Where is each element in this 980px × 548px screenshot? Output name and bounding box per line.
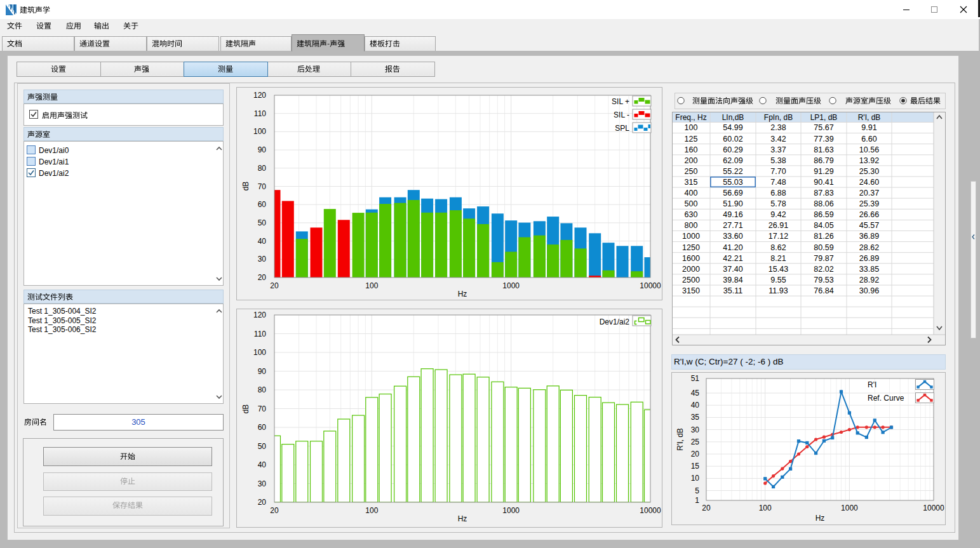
svg-text:62.09: 62.09 — [723, 156, 742, 165]
svg-text:60.02: 60.02 — [723, 135, 742, 144]
svg-text:9.42: 9.42 — [770, 210, 786, 219]
svg-text:55.22: 55.22 — [723, 167, 742, 176]
svg-text:70: 70 — [258, 182, 267, 191]
svg-text:R'I: R'I — [868, 380, 876, 389]
svg-text:250: 250 — [685, 167, 698, 176]
svg-text:50: 50 — [258, 218, 267, 227]
svg-text:8.62: 8.62 — [770, 243, 786, 252]
svg-text:5.78: 5.78 — [770, 199, 786, 208]
svg-text:6.60: 6.60 — [861, 135, 876, 144]
svg-text:100: 100 — [685, 123, 698, 132]
svg-text:SPL: SPL — [615, 124, 629, 133]
svg-text:20.37: 20.37 — [859, 189, 879, 197]
svg-text:30: 30 — [258, 255, 267, 264]
svg-text:28.92: 28.92 — [859, 276, 879, 284]
svg-text:81.63: 81.63 — [814, 145, 833, 154]
svg-text:500: 500 — [685, 199, 698, 208]
svg-text:82.02: 82.02 — [814, 265, 833, 274]
svg-text:75.67: 75.67 — [814, 123, 833, 132]
svg-text:100: 100 — [253, 127, 266, 136]
svg-text:R'I, dB: R'I, dB — [676, 428, 685, 451]
svg-text:100: 100 — [253, 348, 266, 357]
svg-text:51: 51 — [691, 374, 700, 383]
svg-text:1000: 1000 — [502, 281, 520, 290]
svg-text:1000: 1000 — [502, 506, 520, 515]
svg-text:120: 120 — [253, 311, 266, 319]
svg-text:33.85: 33.85 — [859, 265, 879, 274]
svg-text:400: 400 — [685, 189, 698, 197]
svg-text:79.53: 79.53 — [814, 276, 833, 284]
svg-text:20: 20 — [270, 506, 279, 515]
svg-text:100: 100 — [759, 504, 772, 512]
svg-text:26.66: 26.66 — [859, 210, 879, 219]
svg-text:315: 315 — [685, 178, 698, 187]
svg-text:Dev1/ai2: Dev1/ai2 — [600, 317, 630, 326]
svg-text:40: 40 — [258, 237, 267, 246]
svg-text:100: 100 — [365, 281, 378, 290]
svg-text:17.12: 17.12 — [769, 232, 788, 241]
svg-text:42.21: 42.21 — [723, 254, 742, 263]
svg-text:40: 40 — [691, 401, 700, 410]
svg-text:24.60: 24.60 — [859, 178, 879, 187]
svg-text:35: 35 — [691, 413, 700, 422]
svg-text:15.43: 15.43 — [769, 265, 788, 274]
svg-text:Freq., Hz: Freq., Hz — [675, 113, 706, 122]
svg-text:20: 20 — [702, 504, 711, 512]
svg-text:110: 110 — [254, 109, 266, 118]
svg-text:26.89: 26.89 — [859, 254, 879, 263]
svg-text:3150: 3150 — [682, 286, 700, 295]
svg-text:20: 20 — [258, 273, 267, 282]
svg-text:10000: 10000 — [640, 506, 661, 515]
svg-text:3.42: 3.42 — [770, 135, 786, 144]
svg-text:20: 20 — [691, 450, 700, 458]
svg-text:26.91: 26.91 — [769, 221, 788, 230]
svg-text:dB: dB — [241, 182, 250, 191]
svg-text:1600: 1600 — [682, 254, 700, 263]
svg-text:2500: 2500 — [682, 276, 700, 284]
svg-text:35.11: 35.11 — [723, 286, 742, 295]
svg-text:30.96: 30.96 — [859, 286, 879, 295]
svg-text:90: 90 — [258, 367, 267, 376]
svg-text:LP1, dB: LP1, dB — [810, 113, 838, 122]
svg-text:87.83: 87.83 — [814, 189, 833, 197]
svg-text:Hz: Hz — [458, 514, 467, 523]
svg-text:LIn,dB: LIn,dB — [722, 113, 744, 122]
svg-text:80.59: 80.59 — [814, 243, 833, 252]
svg-text:120: 120 — [253, 91, 266, 100]
svg-text:90: 90 — [258, 145, 267, 154]
svg-text:55.03: 55.03 — [723, 178, 742, 187]
svg-text:13.92: 13.92 — [859, 156, 879, 165]
svg-text:11.93: 11.93 — [769, 286, 788, 295]
svg-text:41.20: 41.20 — [723, 243, 742, 252]
svg-text:5.38: 5.38 — [770, 156, 786, 165]
svg-text:27.71: 27.71 — [723, 221, 742, 230]
svg-text:25: 25 — [691, 438, 700, 446]
svg-text:1250: 1250 — [682, 243, 700, 252]
svg-text:9.55: 9.55 — [770, 276, 786, 284]
svg-text:50: 50 — [258, 442, 267, 451]
svg-text:10.56: 10.56 — [859, 145, 879, 154]
svg-text:33.60: 33.60 — [723, 232, 742, 241]
svg-text:40: 40 — [258, 460, 267, 469]
svg-text:49.16: 49.16 — [723, 210, 742, 219]
svg-text:86.79: 86.79 — [814, 156, 833, 165]
svg-text:125: 125 — [685, 135, 698, 144]
svg-text:88.06: 88.06 — [814, 199, 833, 208]
svg-text:28.62: 28.62 — [859, 243, 879, 252]
svg-text:36.89: 36.89 — [859, 232, 879, 241]
svg-text:160: 160 — [685, 145, 698, 154]
svg-text:60: 60 — [258, 423, 267, 432]
svg-text:FpIn, dB: FpIn, dB — [764, 113, 793, 122]
svg-text:SIL +: SIL + — [612, 97, 629, 106]
svg-text:5: 5 — [695, 486, 699, 495]
svg-text:Ref. Curve: Ref. Curve — [868, 394, 904, 403]
svg-text:20: 20 — [270, 281, 279, 290]
svg-text:6.88: 6.88 — [770, 189, 786, 197]
svg-text:200: 200 — [685, 156, 698, 165]
svg-text:90.41: 90.41 — [814, 178, 833, 187]
svg-text:80: 80 — [258, 164, 267, 173]
svg-text:SIL -: SIL - — [614, 110, 629, 119]
svg-text:81.26: 81.26 — [814, 232, 833, 241]
svg-text:56.69: 56.69 — [723, 189, 742, 197]
svg-text:84.05: 84.05 — [814, 221, 833, 230]
